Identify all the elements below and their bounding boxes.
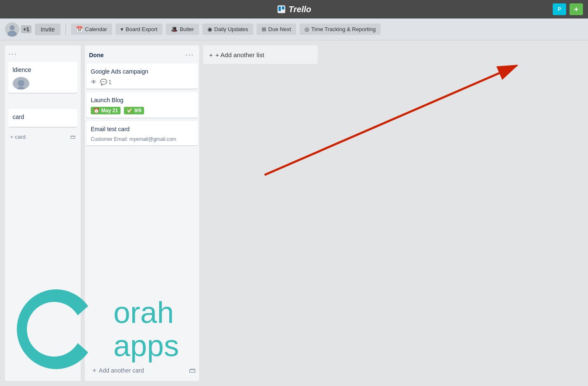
done-list-menu-btn[interactable]: ··· bbox=[184, 50, 196, 60]
board-header: +1 Invite 📅 Calendar ▾ Board Export 🎩 Bu… bbox=[0, 19, 588, 40]
orah-text-line1: orah bbox=[113, 296, 179, 329]
add-list-label: + Add another list bbox=[215, 51, 264, 58]
topbar-actions: P + bbox=[553, 3, 583, 15]
orah-apps-text: orah apps bbox=[113, 296, 179, 362]
board-export-button[interactable]: ▾ Board Export bbox=[116, 24, 163, 35]
google-ads-card-meta: 👁 💬 1 bbox=[91, 79, 193, 85]
daily-updates-button[interactable]: ◉ Daily Updates bbox=[202, 24, 253, 35]
comment-count: 1 bbox=[108, 79, 112, 85]
svg-rect-2 bbox=[282, 6, 284, 9]
checklist-badge: ✅ 9/9 bbox=[124, 107, 144, 114]
calendar-icon: 📅 bbox=[76, 26, 83, 32]
partial-card-bottom-title: card bbox=[13, 113, 73, 122]
trello-logo: Trello bbox=[277, 5, 311, 14]
partial-list-menu[interactable]: ··· bbox=[8, 50, 17, 58]
done-list-title: Done bbox=[89, 52, 104, 58]
checklist-icon: ✅ bbox=[126, 108, 133, 114]
svg-point-7 bbox=[18, 80, 24, 87]
orah-text-line2: apps bbox=[113, 329, 179, 362]
calendar-label: Calendar bbox=[85, 26, 107, 32]
google-ads-card-title: Google Ads campaign bbox=[91, 68, 193, 76]
done-list-header: Done ··· bbox=[85, 45, 199, 63]
butler-label: Butler bbox=[180, 26, 194, 32]
svg-point-4 bbox=[10, 25, 15, 30]
partial-card-title: ldience bbox=[13, 66, 73, 74]
email-test-card[interactable]: Email test card Customer Email: myemail@… bbox=[87, 121, 197, 145]
due-next-button[interactable]: ⊞ Due Next bbox=[257, 24, 296, 35]
checklist-badge-label: 9/9 bbox=[134, 108, 142, 114]
svg-line-10 bbox=[265, 66, 517, 175]
orah-logo-icon bbox=[8, 281, 105, 378]
add-list-btn[interactable]: + + Add another list bbox=[203, 45, 318, 64]
trello-logo-text: Trello bbox=[289, 5, 311, 14]
header-divider bbox=[66, 24, 66, 35]
comment-icon-glyph: 💬 bbox=[100, 79, 107, 85]
topbar: Trello P + bbox=[0, 0, 588, 19]
orah-apps-logo: orah apps bbox=[8, 281, 179, 378]
daily-updates-icon: ◉ bbox=[207, 26, 212, 32]
invite-button[interactable]: Invite bbox=[35, 24, 60, 35]
launch-blog-card-meta: ⏰ May 21 ✅ 9/9 bbox=[91, 107, 193, 114]
due-next-label: Due Next bbox=[268, 26, 291, 32]
partial-add-card-btn[interactable]: card bbox=[15, 134, 26, 140]
board-export-label: Board Export bbox=[126, 26, 158, 32]
avatar-group: +1 bbox=[5, 22, 32, 37]
svg-rect-1 bbox=[278, 6, 281, 11]
chevron-down-icon: ▾ bbox=[121, 26, 123, 32]
time-tracking-icon: ◎ bbox=[304, 26, 309, 32]
comment-icon: 💬 1 bbox=[100, 79, 112, 85]
partial-card-bottom[interactable]: card bbox=[8, 109, 77, 127]
partial-add-card-icon: + bbox=[10, 134, 13, 140]
google-ads-card[interactable]: Google Ads campaign 👁 💬 1 bbox=[87, 63, 197, 89]
butler-icon: 🎩 bbox=[171, 26, 178, 32]
avatar bbox=[5, 22, 19, 37]
date-badge: ⏰ May 21 bbox=[91, 107, 121, 114]
launch-blog-card[interactable]: Launch Blog ⏰ May 21 ✅ 9/9 bbox=[87, 92, 197, 118]
launch-blog-card-title: Launch Blog bbox=[91, 96, 193, 105]
avatar-plus-badge: +1 bbox=[21, 25, 32, 33]
calendar-button[interactable]: 📅 Calendar bbox=[71, 24, 112, 35]
email-test-card-title: Email test card bbox=[91, 125, 193, 134]
time-tracking-button[interactable]: ◎ Time Tracking & Reporting bbox=[299, 24, 381, 35]
email-test-card-subtitle: Customer Email: myemail@gmail.com bbox=[91, 136, 193, 142]
pixelperfect-btn[interactable]: P bbox=[553, 3, 566, 15]
add-list-plus-icon: + bbox=[209, 51, 213, 58]
done-list-dots-icon: ··· bbox=[185, 50, 194, 59]
partial-card-template-icon: 🗃 bbox=[70, 134, 76, 140]
add-btn[interactable]: + bbox=[570, 3, 583, 15]
daily-updates-label: Daily Updates bbox=[214, 26, 248, 32]
eye-icon: 👁 bbox=[91, 79, 97, 85]
board-content: ··· ldience card + card 🗃 Done bbox=[0, 40, 588, 386]
due-next-icon: ⊞ bbox=[262, 26, 266, 32]
partial-card-audience[interactable]: ldience bbox=[8, 62, 77, 93]
date-badge-label: May 21 bbox=[101, 108, 118, 114]
clock-icon: ⏰ bbox=[93, 108, 100, 114]
card-template-icon: 🗃 bbox=[189, 367, 196, 374]
time-tracking-label: Time Tracking & Reporting bbox=[311, 26, 375, 32]
butler-button[interactable]: 🎩 Butler bbox=[166, 24, 199, 35]
